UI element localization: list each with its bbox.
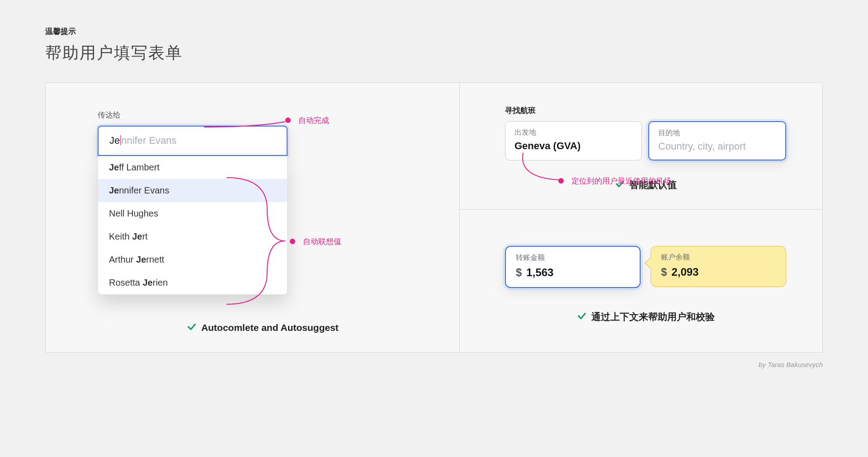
to-placeholder: Country, city, airport — [658, 141, 776, 152]
annotation-dot — [558, 178, 564, 184]
transfer-value: $1,563 — [516, 266, 630, 279]
annotation-dot — [285, 118, 291, 123]
annotation-dot — [290, 239, 295, 244]
eyebrow: 温馨提示 — [45, 26, 823, 37]
flight-section-label: 寻找航班 — [505, 105, 786, 116]
to-label: 目的地 — [658, 128, 776, 138]
check-icon — [577, 311, 587, 323]
suggestion-item[interactable]: Keith Jert — [98, 225, 287, 248]
from-value: Geneva (GVA) — [514, 140, 632, 152]
balance-value: $2,093 — [661, 266, 776, 278]
panel-autocomplete: 传达给 Jennifer Evans Jeff Lambert Jennifer… — [46, 83, 460, 352]
typed-text: Je — [109, 135, 120, 146]
annotation-autosuggest: 自动联想值 — [290, 236, 341, 247]
suggestion-list: Jeff Lambert Jennifer Evans Nell Hughes … — [98, 156, 288, 295]
from-field[interactable]: 出发地 Geneva (GVA) — [505, 121, 642, 160]
suggestion-item[interactable]: Jennifer Evans — [98, 179, 287, 202]
from-label: 出发地 — [514, 128, 632, 137]
panel-caption: Autocomlete and Autosuggest — [98, 322, 428, 334]
panel-context-validation: 转账金额 $1,563 账户余额 $2,093 通过上下文来帮助用户和校验 — [460, 210, 822, 341]
page-title: 帮助用户填写表单 — [45, 42, 823, 64]
suggestion-item[interactable]: Rosetta Jerien — [98, 271, 287, 294]
autocomplete-input-wrapper: Jennifer Evans — [98, 126, 288, 156]
autocomplete-field-label: 传达给 — [98, 110, 428, 120]
credit-line: by Taras Bakusevych — [45, 361, 823, 368]
autocomplete-input[interactable]: Jennifer Evans — [99, 127, 287, 155]
flight-fields: 出发地 Geneva (GVA) 目的地 Country, city, airp… — [505, 121, 786, 160]
to-field[interactable]: 目的地 Country, city, airport — [648, 121, 786, 160]
panel-caption: 通过上下文来帮助用户和校验 — [505, 311, 786, 323]
ghost-completion: nnifer Evans — [121, 135, 176, 146]
transfer-label: 转账金额 — [516, 253, 630, 263]
transfer-amount-field[interactable]: 转账金额 $1,563 — [505, 246, 641, 288]
annotation-smart-default: 定位到的用户最近使用的机场 — [558, 176, 671, 186]
suggestion-item[interactable]: Jeff Lambert — [98, 156, 287, 179]
suggestion-item[interactable]: Nell Hughes — [98, 202, 287, 225]
panel-smart-defaults: 寻找航班 出发地 Geneva (GVA) 目的地 Country, city,… — [460, 83, 822, 210]
annotation-autocomplete: 自动完成 — [285, 115, 329, 126]
balance-label: 账户余额 — [661, 253, 776, 262]
examples-grid: 传达给 Jennifer Evans Jeff Lambert Jennifer… — [45, 82, 823, 353]
check-icon — [187, 322, 197, 334]
right-column: 寻找航班 出发地 Geneva (GVA) 目的地 Country, city,… — [460, 83, 822, 352]
suggestion-item[interactable]: Arthur Jernett — [98, 248, 287, 271]
tooltip-notch — [645, 257, 656, 269]
amount-row: 转账金额 $1,563 账户余额 $2,093 — [505, 246, 786, 288]
balance-tooltip: 账户余额 $2,093 — [651, 246, 786, 287]
